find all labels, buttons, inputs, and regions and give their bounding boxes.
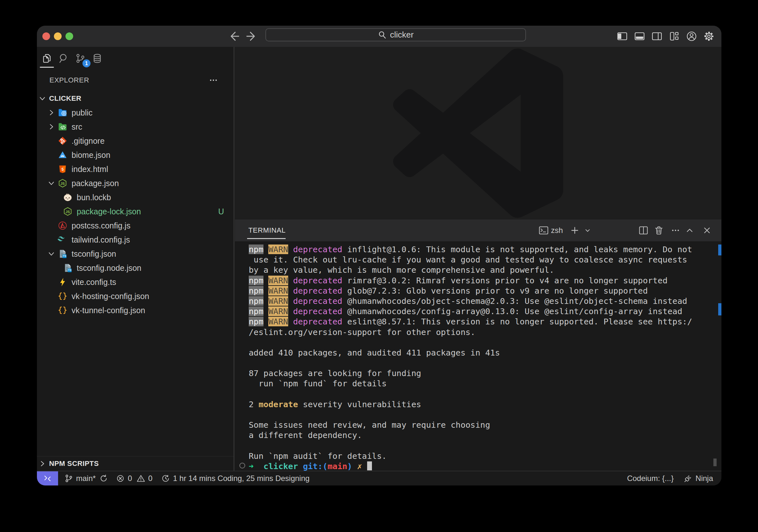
tree-item-label: public: [72, 108, 92, 117]
tree-item-.gitignore[interactable]: .gitignore: [37, 134, 234, 148]
terminal-segment: WARN: [268, 245, 288, 254]
terminal-line: [249, 410, 692, 420]
terminal-shell-icon[interactable]: [537, 224, 550, 237]
command-decoration-icon[interactable]: [239, 463, 245, 468]
tree-item-vk-hosting-config.json[interactable]: vk-hosting-config.json: [37, 289, 234, 303]
terminal-segment: [263, 276, 268, 285]
chevron-spacer: [47, 291, 56, 301]
close-window-button[interactable]: [42, 32, 50, 40]
svg-text:JS: JS: [60, 182, 65, 185]
ninja-status-item[interactable]: Ninja: [683, 474, 713, 483]
views-and-more-actions-icon[interactable]: [207, 74, 220, 87]
codeium-status-item[interactable]: Codeium: {...}: [627, 474, 673, 483]
terminal-segment: Run `npm audit` for details.: [249, 451, 387, 461]
tree-item-public[interactable]: public: [37, 106, 234, 120]
zoom-window-button[interactable]: [65, 32, 73, 40]
tree-item-biome.json[interactable]: biome.json: [37, 148, 234, 162]
terminal-segment: deprecated: [293, 245, 342, 254]
terminal-line: npm WARN deprecated inflight@1.0.6: This…: [249, 244, 692, 254]
customize-layout-icon[interactable]: [669, 31, 680, 42]
tree-item-tsconfig.node.json[interactable]: TStsconfig.node.json: [37, 261, 234, 275]
tree-item-label: tsconfig.node.json: [77, 263, 142, 273]
navigate-forward-button[interactable]: [245, 29, 258, 43]
tree-item-index.html[interactable]: 5index.html: [37, 162, 234, 176]
tree-item-vk-tunnel-config.json[interactable]: vk-tunnel-config.json: [37, 303, 234, 317]
branch-status-item[interactable]: main*: [64, 474, 109, 483]
minimize-window-button[interactable]: [54, 32, 62, 40]
database-icon: [92, 53, 102, 64]
tree-item-label: vk-tunnel-config.json: [72, 306, 145, 315]
terminal-prompt-line: ➜ clicker git:(main) ✗: [249, 461, 692, 471]
remote-indicator[interactable]: [37, 471, 58, 485]
chevron-spacer: [47, 235, 56, 245]
tree-item-package-lock.json[interactable]: JSpackage-lock.jsonU: [37, 204, 234, 218]
activity-source-control[interactable]: 1: [73, 51, 87, 65]
toggle-secondary-sidebar-icon[interactable]: [651, 31, 662, 42]
split-terminal-icon[interactable]: [637, 224, 649, 237]
tree-item-tsconfig.json[interactable]: TStsconfig.json: [37, 247, 234, 261]
time-tracker-status-item[interactable]: 1 hr 14 mins Coding, 25 mins Designing: [161, 474, 310, 483]
shell-name-label: zsh: [551, 226, 563, 235]
account-icon[interactable]: [686, 31, 697, 42]
tsconfig-file-icon: TS: [57, 249, 68, 259]
error-count: 0: [128, 474, 132, 483]
npm-scripts-section[interactable]: NPM SCRIPTS: [37, 456, 234, 471]
terminal-segment: npm: [249, 307, 263, 316]
activity-database[interactable]: [90, 51, 104, 65]
node-file-icon: JS: [63, 206, 73, 216]
kill-terminal-trash-icon[interactable]: [653, 224, 665, 237]
workbench: 1 EXPLORER CLICKERpublicsrc.gitignorebio…: [37, 47, 721, 471]
tree-item-postcss.config.js[interactable]: postcss.config.js: [37, 218, 234, 233]
terminal-segment: [263, 296, 268, 306]
maximize-panel-chevron-up-icon[interactable]: [683, 224, 696, 237]
activity-search[interactable]: [57, 51, 71, 65]
tree-item-bun.lockb[interactable]: bun.lockb: [37, 190, 234, 204]
terminal-output[interactable]: npm WARN deprecated inflight@1.0.6: This…: [235, 241, 721, 471]
terminal-line: Run `npm audit` for details.: [249, 451, 692, 461]
toggle-primary-sidebar-icon[interactable]: [617, 31, 628, 42]
terminal-segment: run `npm fund` for details: [249, 379, 387, 388]
terminal-line: run `npm fund` for details: [249, 378, 692, 388]
terminal-segment: [263, 317, 268, 326]
tree-item-tailwind.config.js[interactable]: tailwind.config.js: [37, 233, 234, 247]
command-center-search[interactable]: clicker: [265, 28, 526, 41]
navigate-back-button[interactable]: [227, 29, 241, 43]
problems-status-item[interactable]: 0 0: [116, 474, 153, 483]
chevron-spacer: [47, 221, 56, 230]
terminal-segment: 87 packages are looking for funding: [249, 368, 421, 378]
terminal-line: /eslint.org/version-support for other op…: [249, 327, 692, 337]
terminal-scrollbar-thumb[interactable]: [713, 458, 717, 466]
toggle-panel-icon[interactable]: [634, 31, 645, 42]
tree-item-CLICKER[interactable]: CLICKER: [37, 91, 234, 106]
terminal-segment: [263, 245, 268, 254]
terminal-segment: WARN: [268, 276, 288, 285]
terminal-segment: [288, 245, 293, 254]
tree-item-label: postcss.config.js: [72, 221, 130, 230]
terminal-segment: main: [327, 461, 347, 471]
new-terminal-icon[interactable]: [568, 224, 581, 237]
tree-item-src[interactable]: src: [37, 120, 234, 134]
editor-area[interactable]: [235, 47, 721, 219]
launch-profile-chevron-icon[interactable]: [583, 224, 592, 237]
terminal-segment: [288, 276, 293, 285]
tree-item-label: src: [72, 122, 82, 132]
vscode-window: clicker: [37, 26, 721, 485]
chevron-right-icon: [47, 122, 56, 132]
activity-explorer[interactable]: [40, 51, 54, 65]
tree-item-label: bun.lockb: [77, 193, 111, 202]
tree-item-package.json[interactable]: JSpackage.json: [37, 176, 234, 190]
terminal-line: Some issues need review, and may require…: [249, 420, 692, 430]
terminal-line: [249, 358, 692, 368]
chevron-down-icon: [47, 179, 56, 188]
terminal-line: use it. Check out lru-cache if you want …: [249, 254, 692, 265]
terminal-more-actions-icon[interactable]: [670, 224, 682, 237]
settings-gear-icon[interactable]: [704, 31, 714, 42]
git-branch-icon: [64, 474, 74, 483]
tree-item-vite.config.ts[interactable]: vite.config.ts: [37, 275, 234, 289]
close-panel-icon[interactable]: [701, 224, 713, 237]
terminal-line: npm WARN deprecated @humanwhocodes/confi…: [249, 306, 692, 316]
status-bar-left: main* 0 0 1 hr 14 mins Coding, 2: [37, 471, 310, 485]
terminal-segment: eslint@8.57.1: This version is no longer…: [342, 317, 692, 326]
git-status-badge: U: [218, 207, 224, 216]
codeium-label: Codeium: {...}: [627, 474, 673, 483]
